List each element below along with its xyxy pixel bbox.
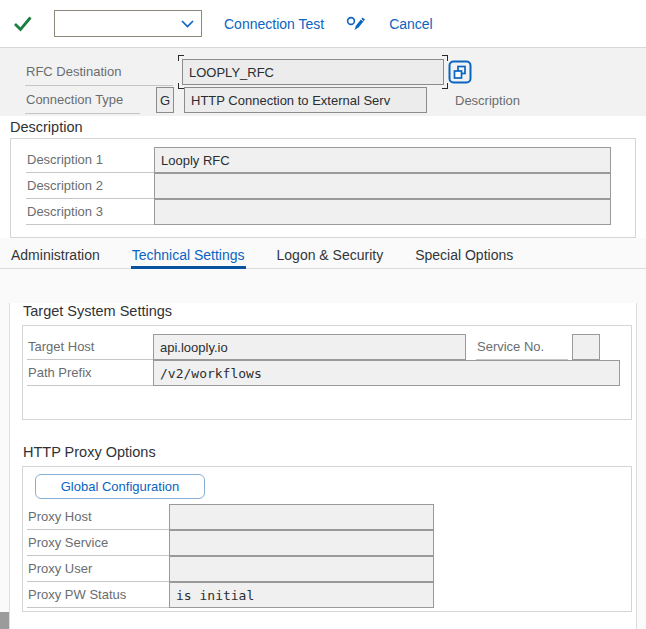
proxy-pw-status-row: Proxy PW Status <box>23 582 631 608</box>
rfc-destination-input[interactable] <box>182 59 444 85</box>
tab-logon-security[interactable]: Logon & Security <box>276 247 385 269</box>
focus-corner <box>442 83 448 89</box>
description-3-row: Description 3 <box>11 199 635 225</box>
global-configuration-button[interactable]: Global Configuration <box>35 474 205 499</box>
proxy-host-label: Proxy Host <box>27 504 169 530</box>
proxy-host-row: Proxy Host <box>23 504 631 530</box>
rfc-destination-field-wrap <box>182 59 444 85</box>
tab-region: Administration Technical Settings Logon … <box>0 238 646 629</box>
description-groupbox: Description 1 Description 2 Description … <box>10 138 636 238</box>
proxy-host-input[interactable] <box>169 504 434 530</box>
focus-corner <box>178 83 184 89</box>
connection-type-code-input[interactable] <box>156 87 174 113</box>
focus-corner <box>178 55 184 61</box>
technical-settings-panel: Target System Settings Target Host Servi… <box>9 303 637 629</box>
tab-special-options[interactable]: Special Options <box>414 247 514 269</box>
description-1-label: Description 1 <box>26 147 154 173</box>
rfc-destination-row: RFC Destination <box>0 58 646 86</box>
proxy-pw-status-input[interactable] <box>169 582 434 608</box>
description-1-input[interactable] <box>154 147 611 173</box>
service-no-input[interactable] <box>572 334 600 360</box>
chevron-down-icon <box>181 16 194 31</box>
command-combobox[interactable] <box>54 10 202 37</box>
target-host-row: Target Host Service No. <box>23 334 631 360</box>
proxy-service-row: Proxy Service <box>23 530 631 556</box>
connection-type-label: Connection Type <box>25 86 140 114</box>
description-2-input[interactable] <box>154 173 611 199</box>
connection-test-button[interactable]: Connection Test <box>224 16 324 32</box>
target-system-groupbox: Target Host Service No. Path Prefix <box>22 325 632 420</box>
http-proxy-groupbox: Global Configuration Proxy Host Proxy Se… <box>22 466 632 612</box>
toolbar: Connection Test Cancel <box>0 0 646 48</box>
proxy-pw-status-label: Proxy PW Status <box>27 582 169 608</box>
scrollbar-corner <box>0 612 9 629</box>
copy-append-icon[interactable] <box>448 60 472 84</box>
target-host-label: Target Host <box>27 334 153 360</box>
connection-type-text-input[interactable] <box>184 87 427 113</box>
tab-administration[interactable]: Administration <box>10 247 101 269</box>
path-prefix-input[interactable] <box>153 360 620 386</box>
proxy-user-row: Proxy User <box>23 556 631 582</box>
description-3-input[interactable] <box>154 199 611 225</box>
tab-technical-settings[interactable]: Technical Settings <box>131 247 246 269</box>
rfc-destination-screen: Connection Test Cancel RFC Destination <box>0 0 646 629</box>
description-3-label: Description 3 <box>26 199 154 225</box>
service-no-label: Service No. <box>476 334 568 360</box>
proxy-user-label: Proxy User <box>27 556 169 582</box>
destination-header: RFC Destination Connection Type Descript <box>0 48 646 116</box>
description-section: Description Description 1 Description 2 … <box>0 116 646 238</box>
path-prefix-row: Path Prefix <box>23 360 631 386</box>
description-section-title: Description <box>10 119 646 135</box>
description-1-row: Description 1 <box>11 147 635 173</box>
description-2-label: Description 2 <box>26 173 154 199</box>
description-2-row: Description 2 <box>11 173 635 199</box>
proxy-user-input[interactable] <box>169 556 434 582</box>
focus-corner <box>442 55 448 61</box>
display-change-icon[interactable] <box>345 13 367 35</box>
path-prefix-label: Path Prefix <box>27 360 153 386</box>
target-system-title: Target System Settings <box>23 303 632 319</box>
proxy-service-label: Proxy Service <box>27 530 169 556</box>
target-host-input[interactable] <box>153 334 466 360</box>
proxy-service-input[interactable] <box>169 530 434 556</box>
tabstrip: Administration Technical Settings Logon … <box>0 238 646 269</box>
connection-type-description-hint: Description <box>455 93 520 108</box>
http-proxy-title: HTTP Proxy Options <box>23 444 632 460</box>
rfc-destination-label: RFC Destination <box>25 58 173 86</box>
cancel-button[interactable]: Cancel <box>389 16 433 32</box>
ok-check-icon[interactable] <box>12 14 34 34</box>
connection-type-row: Connection Type Description <box>0 86 646 114</box>
